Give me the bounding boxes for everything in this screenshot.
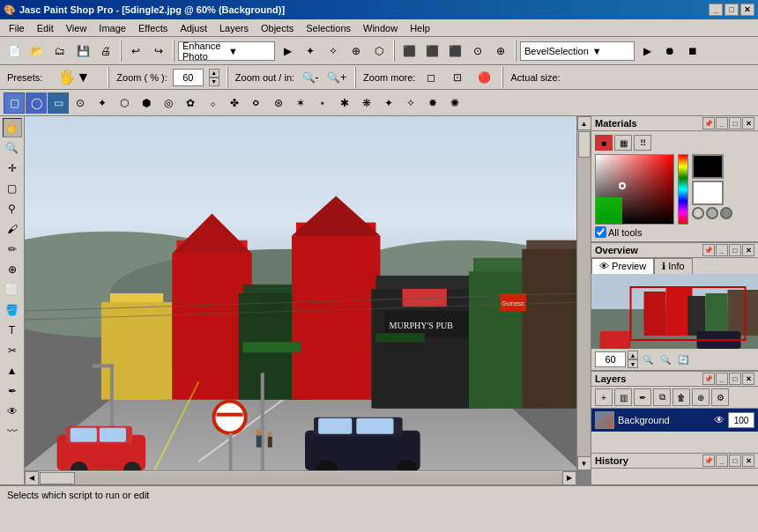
zoom-in-button[interactable]: 🔍+ [326, 67, 347, 88]
materials-close[interactable]: ✕ [742, 117, 754, 129]
maximize-button[interactable]: □ [725, 4, 739, 16]
gradient-option[interactable] [706, 207, 718, 219]
hue-bar[interactable] [678, 154, 688, 225]
tool-smudge[interactable]: 〰 [3, 422, 22, 441]
visibility-icon[interactable]: 👁 [714, 414, 725, 426]
horizontal-scrollbar[interactable]: ◀ ▶ [25, 470, 576, 484]
menu-adjust[interactable]: Adjust [175, 21, 212, 35]
scroll-h-thumb[interactable] [40, 472, 75, 484]
tool-shape[interactable]: ▲ [3, 361, 22, 381]
menu-window[interactable]: Window [358, 21, 403, 35]
mat-tab-gradient[interactable]: ▦ [614, 135, 632, 151]
scroll-v-track[interactable] [577, 130, 591, 456]
effect1[interactable]: ✦ [300, 41, 321, 62]
tool-paint[interactable]: 🖌 [3, 219, 22, 239]
materials-pin[interactable]: 📌 [702, 117, 715, 129]
overview-zoom-spinner[interactable]: ▲ ▼ [628, 351, 638, 368]
effect-e[interactable]: ✿ [180, 92, 201, 114]
scroll-up-button[interactable]: ▲ [577, 116, 591, 130]
script-dropdown[interactable]: BevelSelection ▼ [520, 41, 635, 61]
effect-g[interactable]: ✤ [224, 92, 245, 114]
effect-j[interactable]: ✶ [290, 92, 311, 114]
effect3[interactable]: ⊕ [346, 41, 367, 62]
layer-opacity-input[interactable] [728, 412, 754, 428]
menu-file[interactable]: File [4, 21, 30, 35]
zoom-more-2[interactable]: ⊡ [447, 67, 468, 88]
enhance-photo-dropdown[interactable]: Enhance Photo ▼ [178, 41, 275, 61]
sel-ellipse[interactable]: ◯ [26, 92, 47, 114]
overview-reset[interactable]: 🔄 [675, 351, 691, 367]
effect4[interactable]: ⬡ [368, 41, 390, 62]
history-panel-controls[interactable]: 📌 _ □ ✕ [702, 454, 754, 467]
script-rec[interactable]: ⏺ [659, 41, 680, 62]
zoom-out-button[interactable]: 🔍- [300, 67, 321, 88]
history-close[interactable]: ✕ [742, 454, 754, 467]
scroll-right-button[interactable]: ▶ [562, 471, 576, 485]
effect-d[interactable]: ◎ [158, 92, 179, 114]
zoom-spinner[interactable]: ▲ ▼ [209, 69, 219, 86]
sel-custom[interactable]: ▭ [48, 92, 69, 114]
all-tools-checkbox[interactable] [595, 226, 606, 238]
new-raster-button[interactable]: ▥ [614, 388, 632, 406]
overview-max[interactable]: □ [729, 244, 741, 256]
effect-c[interactable]: ⬢ [136, 92, 157, 114]
menu-view[interactable]: View [61, 21, 93, 35]
layers-pin[interactable]: 📌 [702, 373, 715, 385]
sel-point[interactable]: ⊙ [70, 92, 91, 114]
materials-tabs[interactable]: ■ ▦ ⠿ [595, 135, 754, 151]
open-button[interactable]: 📂 [26, 41, 48, 62]
tool-pencil[interactable]: ✏ [3, 240, 22, 259]
layers-panel-controls[interactable]: 📌 _ □ ✕ [702, 373, 754, 385]
menu-effects[interactable]: Effects [133, 21, 173, 35]
tool-move[interactable]: ✛ [3, 159, 22, 178]
title-bar-controls[interactable]: _ □ ✕ [709, 4, 754, 16]
effect-h[interactable]: ⭘ [246, 92, 267, 114]
menu-edit[interactable]: Edit [32, 21, 59, 35]
effect-p[interactable]: ✹ [422, 92, 443, 114]
layers-close[interactable]: ✕ [742, 373, 754, 385]
overview-zoom-in[interactable]: 🔍 [658, 351, 673, 367]
zoom-input[interactable] [173, 69, 204, 86]
scroll-left-button[interactable]: ◀ [25, 471, 39, 485]
tool-pan[interactable]: 🖐 [3, 118, 22, 137]
canvas-area[interactable]: MURPHY'S PUB Guiness [25, 116, 591, 484]
delete-layer-button[interactable]: 🗑 [673, 388, 690, 406]
zoom-more-3[interactable]: 🔴 [473, 67, 494, 88]
swatch-options[interactable] [692, 207, 732, 219]
enhance-run-button[interactable]: ▶ [277, 41, 298, 62]
script-play[interactable]: ▶ [636, 41, 658, 62]
tool-select-freehand[interactable]: ⚲ [3, 199, 22, 218]
tool-crop[interactable]: ✂ [3, 341, 22, 360]
print-button[interactable]: 🖨 [95, 41, 116, 62]
zoom-up[interactable]: ▲ [209, 69, 219, 78]
minimize-button[interactable]: _ [709, 4, 723, 16]
scroll-h-track[interactable] [39, 472, 562, 484]
effect-a[interactable]: ✦ [92, 92, 113, 114]
tool-redeye[interactable]: 👁 [3, 402, 22, 421]
overview-preview-tab[interactable]: 👁 Preview [591, 258, 654, 274]
new-vector-button[interactable]: ✒ [634, 388, 651, 406]
vertical-scrollbar[interactable]: ▲ ▼ [576, 116, 591, 470]
overview-zoom-up[interactable]: ▲ [628, 351, 638, 359]
color4[interactable]: ⊙ [467, 41, 488, 62]
menu-help[interactable]: Help [405, 21, 435, 35]
tool-clone[interactable]: ⊕ [3, 260, 22, 279]
color3[interactable]: ⬛ [444, 41, 465, 62]
browse-button[interactable]: 🗂 [49, 41, 71, 62]
overview-zoom-down[interactable]: ▼ [628, 359, 638, 368]
mat-tab-solid[interactable]: ■ [595, 135, 613, 151]
scroll-v-thumb[interactable] [578, 131, 591, 158]
redo-button[interactable]: ↪ [148, 41, 169, 62]
tool-text[interactable]: T [3, 321, 22, 340]
mat-tab-pattern[interactable]: ⠿ [634, 135, 651, 151]
merge-button[interactable]: ⊕ [692, 388, 710, 406]
effect-i[interactable]: ⊛ [268, 92, 289, 114]
new-layer-button[interactable]: + [595, 388, 613, 406]
save-button[interactable]: 💾 [72, 41, 93, 62]
tool-eraser[interactable]: ⬜ [3, 280, 22, 299]
layers-toolbar[interactable]: + ▥ ✒ ⧉ 🗑 ⊕ ⚙ [591, 387, 758, 409]
sel-rect[interactable]: ▢ [4, 92, 25, 114]
overview-zoom-out[interactable]: 🔍 [640, 351, 656, 367]
menu-image[interactable]: Image [93, 21, 131, 35]
overview-min[interactable]: _ [716, 244, 728, 256]
